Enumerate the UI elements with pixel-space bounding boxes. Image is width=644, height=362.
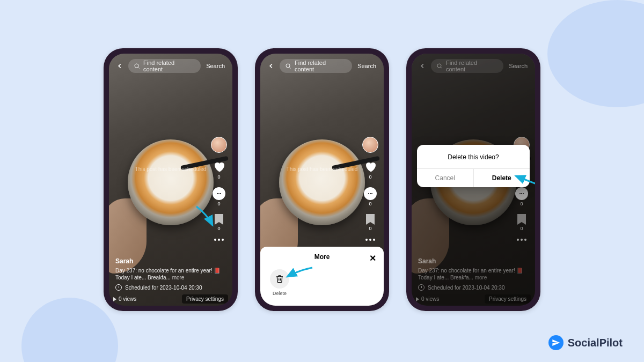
heart-icon	[213, 160, 225, 173]
sheet-title: More	[314, 253, 330, 261]
play-icon	[113, 297, 116, 301]
phone-2: Find related content Search This post ha…	[255, 48, 389, 311]
comment-button[interactable]: 0	[364, 187, 377, 206]
svg-point-14	[519, 193, 521, 194]
svg-point-15	[521, 193, 522, 194]
bookmark-button[interactable]: 0	[215, 214, 223, 231]
back-button[interactable]	[417, 61, 428, 71]
more-icon	[517, 239, 526, 241]
more-sheet: More ✕ Delete	[260, 247, 384, 306]
username[interactable]: Sarah	[418, 257, 529, 265]
caption-body: Day 237: no chocolate for an entire year…	[115, 268, 220, 280]
search-pill[interactable]: Find related content	[431, 59, 503, 73]
svg-point-10	[371, 193, 372, 194]
views-count: 0 views	[416, 296, 439, 302]
photo-bowl	[279, 139, 365, 225]
search-placeholder: Find related content	[446, 60, 498, 72]
comment-icon	[364, 187, 377, 200]
like-count: 0	[369, 174, 371, 180]
bottom-bar: 0 views Privacy settings	[416, 294, 531, 304]
search-pill[interactable]: Find related content	[280, 59, 352, 73]
search-icon	[436, 63, 443, 69]
like-button[interactable]: 0	[364, 160, 377, 180]
bookmark-count: 0	[520, 226, 523, 231]
comment-count: 0	[369, 201, 371, 206]
bookmark-button[interactable]: 0	[366, 214, 375, 231]
phone-row: Find related content Search This post ha…	[0, 48, 644, 311]
comment-count: 0	[520, 201, 523, 206]
dialog-buttons: Cancel Delete	[417, 168, 530, 187]
delete-label: Delete	[273, 291, 287, 296]
more-button[interactable]	[517, 239, 526, 241]
svg-point-4	[220, 193, 221, 194]
delete-option[interactable]: Delete	[267, 269, 292, 296]
brand-text: SocialPilot	[568, 337, 623, 349]
top-bar: Find related content Search	[114, 59, 227, 73]
caption-more[interactable]: more	[172, 275, 185, 280]
bookmark-count: 0	[369, 226, 371, 231]
username[interactable]: Sarah	[115, 257, 226, 265]
search-placeholder: Find related content	[295, 60, 347, 72]
comment-count: 0	[217, 201, 220, 206]
trash-icon	[270, 269, 289, 289]
svg-line-1	[138, 67, 139, 68]
photo-bowl	[128, 139, 214, 225]
back-button[interactable]	[266, 61, 276, 71]
svg-point-0	[135, 64, 138, 68]
sheet-close-button[interactable]: ✕	[369, 253, 376, 263]
profile-avatar[interactable]	[362, 137, 378, 153]
clock-icon	[418, 284, 425, 291]
scheduled-text: Scheduled for 2023-10-04 20:30	[428, 285, 504, 291]
profile-avatar[interactable]	[211, 137, 227, 153]
chevron-left-icon	[267, 62, 275, 70]
screen-1: Find related content Search This post ha…	[109, 54, 232, 306]
back-button[interactable]	[114, 61, 125, 71]
svg-point-8	[368, 193, 369, 194]
search-icon	[134, 63, 140, 69]
sheet-header: More ✕	[267, 253, 377, 261]
play-icon	[416, 297, 419, 301]
comment-icon	[213, 187, 225, 200]
search-button[interactable]: Search	[355, 63, 378, 69]
side-actions: 0 0 0	[211, 137, 227, 241]
views-text: 0 views	[421, 296, 439, 302]
bottom-bar: 0 views Privacy settings	[113, 294, 228, 304]
dialog-cancel-button[interactable]: Cancel	[417, 169, 474, 187]
chevron-left-icon	[116, 62, 123, 70]
like-count: 0	[217, 174, 220, 180]
svg-line-13	[441, 67, 442, 68]
phone-1: Find related content Search This post ha…	[104, 48, 238, 311]
socialpilot-icon	[548, 335, 564, 350]
side-actions: 0 0 0	[362, 137, 378, 241]
search-pill[interactable]: Find related content	[128, 59, 201, 73]
heart-icon	[364, 160, 377, 173]
comment-icon	[515, 187, 528, 200]
comment-button[interactable]: 0	[213, 187, 225, 206]
search-button[interactable]: Search	[204, 63, 227, 69]
brand-logo: SocialPilot	[548, 335, 623, 350]
svg-point-9	[370, 193, 371, 194]
scheduled-row: Scheduled for 2023-10-04 20:30	[115, 284, 226, 291]
dialog-delete-button[interactable]: Delete	[474, 169, 530, 187]
svg-point-6	[286, 64, 290, 68]
bookmark-icon	[517, 214, 526, 225]
bookmark-button[interactable]: 0	[517, 214, 526, 231]
svg-point-3	[218, 193, 219, 194]
scheduled-row: Scheduled for 2023-10-04 20:30	[418, 284, 529, 291]
search-placeholder: Find related content	[143, 60, 195, 72]
more-icon	[214, 239, 224, 241]
search-button[interactable]: Search	[507, 63, 530, 69]
comment-button[interactable]: 0	[515, 187, 528, 206]
caption-block: Sarah Day 237: no chocolate for an entir…	[418, 257, 529, 291]
svg-point-16	[523, 193, 524, 194]
more-button[interactable]	[365, 239, 375, 241]
views-text: 0 views	[119, 296, 136, 302]
privacy-settings-button[interactable]: Privacy settings	[485, 294, 531, 304]
caption-more[interactable]: more	[475, 275, 487, 280]
top-bar: Find related content Search	[266, 59, 378, 73]
privacy-settings-button[interactable]: Privacy settings	[182, 294, 228, 304]
bookmark-icon	[366, 214, 375, 225]
svg-line-7	[289, 67, 290, 68]
more-button[interactable]	[214, 239, 224, 241]
like-button[interactable]: 0	[213, 160, 225, 180]
